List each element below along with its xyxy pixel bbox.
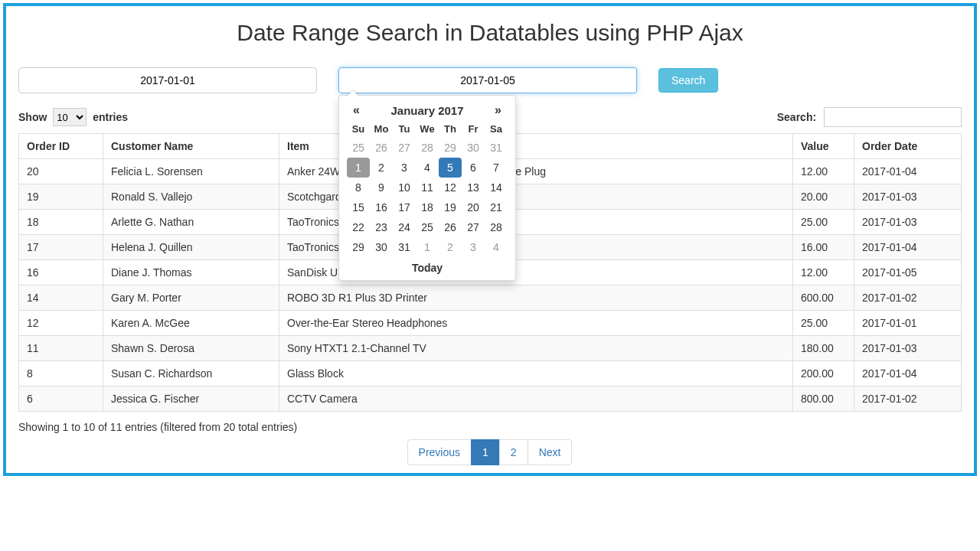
datepicker-day[interactable]: 22 [347,217,370,237]
cell-id: 18 [19,210,103,235]
datepicker-day[interactable]: 30 [462,138,485,158]
datepicker-day[interactable]: 31 [485,138,508,158]
datepicker-day[interactable]: 13 [462,178,485,197]
datepicker-day[interactable]: 16 [370,197,393,217]
datepicker-day[interactable]: 3 [393,158,416,178]
datepicker-day[interactable]: 31 [393,237,416,257]
datepicker-day[interactable]: 25 [347,138,370,158]
datepicker-day[interactable]: 7 [485,158,508,178]
cell-id: 6 [19,386,103,412]
cell-name: Karen A. McGee [103,311,279,336]
datepicker-day[interactable]: 14 [485,178,508,197]
column-header[interactable]: Value [793,134,854,159]
cell-item: Over-the-Ear Stereo Headphones [279,311,793,336]
cell-date: 2017-01-04 [854,235,962,260]
datepicker-day[interactable]: 20 [462,197,485,217]
datepicker-day[interactable]: 1 [347,158,370,178]
datepicker-day[interactable]: 17 [393,197,416,217]
cell-id: 14 [19,285,103,311]
datepicker-month-label[interactable]: January 2017 [390,104,463,117]
cell-value: 25.00 [793,210,854,235]
cell-id: 17 [19,235,103,260]
cell-value: 16.00 [793,235,854,260]
cell-item: Sony HTXT1 2.1-Channel TV [279,336,793,361]
pagination: Previous12Next [18,439,962,465]
datepicker-dow: Fr [462,120,485,138]
datepicker-day[interactable]: 5 [439,158,462,178]
cell-date: 2017-01-02 [854,285,962,311]
cell-name: Susan C. Richardson [103,361,279,386]
cell-date: 2017-01-04 [854,361,962,386]
datepicker-day[interactable]: 15 [347,197,370,217]
cell-id: 16 [19,260,103,285]
cell-id: 8 [19,361,103,386]
datepicker-day[interactable]: 8 [347,178,370,197]
datepicker-day[interactable]: 23 [370,217,393,237]
datepicker-dow: Th [439,120,462,138]
datepicker-day[interactable]: 10 [393,178,416,197]
cell-value: 20.00 [793,184,854,210]
datepicker-day[interactable]: 4 [485,237,508,257]
datepicker-day[interactable]: 11 [416,178,439,197]
cell-name: Helena J. Quillen [103,235,279,260]
table-row: 11Shawn S. DerosaSony HTXT1 2.1-Channel … [19,336,962,361]
cell-id: 20 [19,159,103,184]
datepicker-day[interactable]: 25 [416,217,439,237]
cell-date: 2017-01-03 [854,336,962,361]
cell-date: 2017-01-04 [854,159,962,184]
table-search-input[interactable] [824,107,962,127]
to-date-input[interactable] [338,67,637,93]
cell-date: 2017-01-02 [854,386,962,412]
datepicker-day[interactable]: 21 [485,197,508,217]
column-header[interactable]: Order ID [19,134,103,159]
datepicker-day[interactable]: 6 [462,158,485,178]
datepicker-day[interactable]: 2 [370,158,393,178]
cell-name: Arlette G. Nathan [103,210,279,235]
table-row: 8Susan C. RichardsonGlass Block200.00201… [19,361,962,386]
datepicker-today[interactable]: Today [347,257,508,277]
cell-item: CCTV Camera [279,386,793,412]
column-header[interactable]: Order Date [854,134,962,159]
datepicker-day[interactable]: 3 [462,237,485,257]
datepicker-day[interactable]: 9 [370,178,393,197]
search-button[interactable]: Search [658,68,718,93]
from-date-input[interactable] [18,67,317,93]
datepicker-prev-icon[interactable]: « [348,103,364,117]
datepicker-day[interactable]: 2 [439,237,462,257]
datepicker-day[interactable]: 18 [416,197,439,217]
datepicker-day[interactable]: 28 [416,138,439,158]
column-header[interactable]: Customer Name [103,134,279,159]
cell-id: 12 [19,311,103,336]
datepicker-day[interactable]: 29 [347,237,370,257]
datepicker-day[interactable]: 30 [370,237,393,257]
table-row: 14Gary M. PorterROBO 3D R1 Plus 3D Print… [19,285,962,311]
cell-id: 11 [19,336,103,361]
cell-date: 2017-01-01 [854,311,962,336]
datepicker-next-icon[interactable]: » [490,103,506,117]
pagination-previous[interactable]: Previous [407,439,472,465]
datepicker-day[interactable]: 28 [485,217,508,237]
cell-date: 2017-01-03 [854,210,962,235]
datepicker-day[interactable]: 12 [439,178,462,197]
datepicker-day[interactable]: 1 [416,237,439,257]
datepicker-day[interactable]: 26 [370,138,393,158]
length-select[interactable]: 102550100 [53,108,87,126]
datepicker-day[interactable]: 24 [393,217,416,237]
cell-value: 12.00 [793,159,854,184]
pagination-next[interactable]: Next [528,439,573,465]
datepicker-day[interactable]: 4 [416,158,439,178]
datepicker-day[interactable]: 26 [439,217,462,237]
cell-value: 25.00 [793,311,854,336]
pagination-page[interactable]: 2 [499,439,528,465]
cell-value: 12.00 [793,260,854,285]
cell-name: Ronald S. Vallejo [103,184,279,210]
datepicker-day[interactable]: 19 [439,197,462,217]
table-info: Showing 1 to 10 of 11 entries (filtered … [18,421,962,433]
datepicker-day[interactable]: 27 [462,217,485,237]
datepicker: « January 2017 » SuMoTuWeThFrSa 25262728… [338,95,516,281]
datepicker-dow: Mo [370,120,393,138]
datepicker-day[interactable]: 27 [393,138,416,158]
pagination-page[interactable]: 1 [471,439,500,465]
datepicker-day[interactable]: 29 [439,138,462,158]
cell-name: Diane J. Thomas [103,260,279,285]
